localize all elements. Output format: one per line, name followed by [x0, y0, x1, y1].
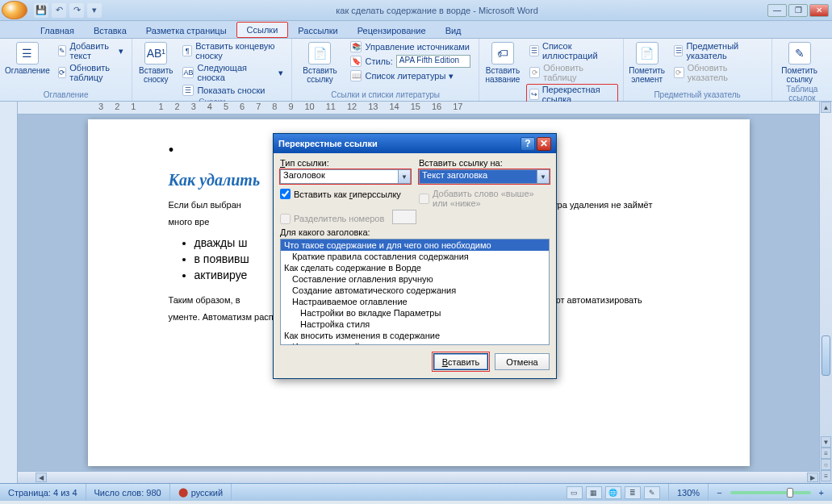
- reference-type-select[interactable]: Заголовок ▼: [280, 169, 411, 184]
- undo-icon[interactable]: ↶: [52, 3, 66, 18]
- reference-type-label: Тип ссылки:: [280, 158, 411, 168]
- maximize-button[interactable]: ❐: [788, 4, 808, 17]
- heading-list-item[interactable]: Настройки во вкладке Параметры: [281, 307, 549, 319]
- insert-as-hyperlink-checkbox[interactable]: Вставить как гиперссылку: [280, 189, 411, 199]
- redo-icon[interactable]: ↷: [69, 3, 84, 18]
- for-which-heading-label: Для какого заголовка:: [280, 227, 550, 237]
- biblio-icon: 📖: [350, 70, 362, 81]
- zoom-out-icon[interactable]: −: [717, 488, 721, 498]
- subject-icon: ☰: [674, 45, 684, 56]
- scrollbar-thumb[interactable]: [822, 335, 830, 376]
- heading-list-item[interactable]: Как сделать содержание в Ворде: [281, 262, 549, 273]
- toc-button[interactable]: ☰ Оглавление: [5, 40, 50, 75]
- cancel-button[interactable]: Отмена: [495, 353, 550, 370]
- insert-caption-button[interactable]: 🏷 Вставить название: [484, 40, 521, 84]
- scroll-down-icon[interactable]: ▼: [821, 436, 831, 448]
- heading-list-item[interactable]: Составление оглавления вручную: [281, 273, 549, 285]
- caption-icon: 🏷: [491, 42, 514, 65]
- zoom-level[interactable]: 130%: [669, 484, 709, 501]
- qat-customize-icon[interactable]: ▾: [87, 3, 102, 18]
- show-notes-button[interactable]: ☰Показать сноски: [179, 84, 286, 97]
- dialog-titlebar[interactable]: Перекрестные ссылки ? ✕: [274, 134, 556, 153]
- web-view[interactable]: 🌐: [605, 486, 621, 499]
- insert-footnote-button[interactable]: AB¹ Вставить сноску: [137, 40, 174, 84]
- insert-reference-to-select[interactable]: Текст заголовка ▼: [419, 169, 550, 184]
- group-authorities: ✎ Пометить ссылку Таблица ссылок: [772, 39, 832, 101]
- vertical-scrollbar[interactable]: ▲ ▼ ≡ ○ ≡: [819, 102, 832, 483]
- manage-icon: 📚: [350, 41, 362, 52]
- horizontal-scrollbar[interactable]: ◀ ▶: [18, 471, 819, 483]
- style-icon: 🔖: [350, 56, 362, 67]
- status-page[interactable]: Страница: 4 из 4: [0, 484, 86, 501]
- refresh-icon: ⟳: [674, 67, 684, 78]
- tab-review[interactable]: Рецензирование: [348, 23, 436, 38]
- office-button[interactable]: [2, 1, 27, 19]
- heading-list-item[interactable]: Настраиваемое оглавление: [281, 296, 549, 307]
- chevron-down-icon[interactable]: ▼: [398, 170, 410, 183]
- scroll-right-icon[interactable]: ▶: [807, 473, 818, 482]
- group-citations: 📄 Вставить ссылку 📚Управление источникам…: [292, 39, 479, 101]
- insert-reference-to-label: Вставить ссылку на:: [419, 158, 550, 168]
- bibliography-button[interactable]: 📖Список литературы ▾: [347, 69, 473, 82]
- insert-button[interactable]: Вставить: [433, 353, 488, 370]
- insert-citation-button[interactable]: 📄 Вставить ссылку: [297, 40, 342, 84]
- heading-list-item[interactable]: Изменение свойств оглавления: [281, 341, 549, 345]
- heading-list-item[interactable]: Создание автоматического содержания: [281, 285, 549, 296]
- heading-list-item[interactable]: Настройка стиля: [281, 319, 549, 330]
- update-captions-button[interactable]: ⟳Обновить таблицу: [526, 62, 617, 83]
- heading-list[interactable]: Что такое содержание и для чего оно необ…: [280, 239, 550, 345]
- draft-view[interactable]: ✎: [644, 486, 660, 499]
- include-above-below-checkbox: Добавить слово «выше» или «ниже»: [419, 189, 550, 208]
- figures-list-button[interactable]: ☰Список иллюстраций: [526, 40, 617, 61]
- dialog-close-button[interactable]: ✕: [537, 137, 551, 151]
- add-text-icon: ✎: [58, 45, 67, 56]
- update-index-button[interactable]: ⟳Обновить указатель: [671, 62, 767, 83]
- browse-object-icon[interactable]: ○: [821, 459, 831, 470]
- manage-sources-button[interactable]: 📚Управление источниками: [347, 40, 473, 53]
- scroll-up-icon[interactable]: ▲: [821, 102, 831, 113]
- insert-endnote-button[interactable]: ¶Вставить концевую сноску: [179, 40, 286, 61]
- dialog-help-button[interactable]: ?: [521, 137, 535, 151]
- tab-references[interactable]: Ссылки: [236, 22, 289, 38]
- scroll-left-icon[interactable]: ◀: [36, 473, 47, 482]
- number-separator-checkbox: Разделитель номеров: [280, 213, 384, 224]
- minimize-button[interactable]: —: [767, 4, 787, 17]
- next-footnote-button[interactable]: ABСледующая сноска ▾: [179, 62, 286, 83]
- heading-list-item[interactable]: Краткие правила составления содержания: [281, 251, 549, 262]
- heading-list-item[interactable]: Как вносить изменения в содержание: [281, 330, 549, 341]
- window-title: как сделать содержание в ворде - Microso…: [107, 6, 767, 15]
- mark-citation-button[interactable]: ✎ Пометить ссылку: [777, 40, 822, 84]
- mark-entry-button[interactable]: 📄 Пометить элемент: [629, 40, 666, 84]
- ribbon: ☰ Оглавление ✎Добавить текст ▾ ⟳Обновить…: [0, 39, 832, 102]
- endnote-icon: ¶: [182, 45, 192, 56]
- group-index: 📄 Пометить элемент ☰Предметный указатель…: [624, 39, 772, 101]
- heading-list-item[interactable]: Что такое содержание и для чего оно необ…: [281, 240, 549, 251]
- insert-index-button[interactable]: ☰Предметный указатель: [671, 40, 767, 61]
- prev-page-icon[interactable]: ≡: [821, 448, 831, 459]
- save-icon[interactable]: 💾: [34, 3, 48, 18]
- tab-home[interactable]: Главная: [31, 23, 84, 38]
- chevron-down-icon[interactable]: ▼: [537, 170, 549, 183]
- style-selector[interactable]: 🔖Стиль: APA Fifth Edition: [347, 54, 473, 69]
- next-page-icon[interactable]: ≡: [821, 470, 831, 481]
- index-icon: 📄: [636, 42, 658, 65]
- status-word-count[interactable]: Число слов: 980: [86, 484, 170, 501]
- zoom-in-icon[interactable]: +: [819, 488, 824, 498]
- status-language[interactable]: ⬤русский: [170, 484, 232, 501]
- zoom-thumb[interactable]: [787, 488, 793, 498]
- tab-mailings[interactable]: Рассылки: [288, 23, 347, 38]
- add-text-button[interactable]: ✎Добавить текст ▾: [55, 40, 127, 61]
- tab-insert[interactable]: Вставка: [84, 23, 136, 38]
- vertical-ruler: [0, 102, 18, 483]
- close-button[interactable]: ✕: [809, 4, 829, 17]
- zoom-slider[interactable]: [730, 491, 811, 494]
- tab-layout[interactable]: Разметка страницы: [136, 23, 236, 38]
- horizontal-ruler: 3211234567891011121314151617: [18, 102, 819, 115]
- tab-view[interactable]: Вид: [436, 23, 471, 38]
- citation-icon: 📄: [308, 42, 331, 65]
- fullscreen-view[interactable]: ▦: [586, 486, 602, 499]
- outline-view[interactable]: ≣: [625, 486, 641, 499]
- update-toc-button[interactable]: ⟳Обновить таблицу: [55, 62, 127, 83]
- print-layout-view[interactable]: ▭: [567, 486, 583, 499]
- marker-icon: ✎: [788, 42, 811, 65]
